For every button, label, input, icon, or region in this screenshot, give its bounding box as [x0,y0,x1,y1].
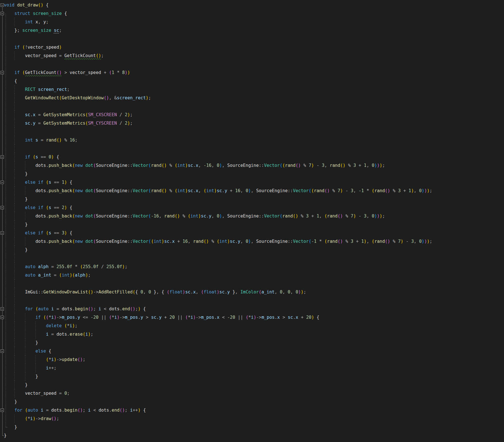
code-token [49,332,51,337]
code-area[interactable]: void dot_draw() { struct screen_size { i… [0,1,504,440]
code-line-49[interactable]: for (auto i = dots.begin(); i < dots.end… [4,406,504,414]
code-line-24[interactable]: } [4,195,504,203]
code-line-38[interactable]: if ((*i)->m_pos.y <= -20 || (*i)->m_pos.… [4,313,504,322]
code-line-26[interactable]: dots.push_back(new dot(SourceEngine::Vec… [4,212,504,220]
code-token: 3 [322,163,324,168]
code-token: () [338,239,343,244]
code-line-44[interactable]: i++; [4,364,504,372]
code-line-52[interactable]: } [4,431,504,440]
code-line-45[interactable]: } [4,372,504,381]
code-line-30[interactable]: } [4,246,504,254]
code-token: ) [411,188,414,193]
code-token: GetSystemMetrics [43,112,85,117]
code-token: } [35,340,38,345]
fold-toggle-line-49[interactable] [1,409,4,412]
indent-guide [25,347,25,355]
fold-toggle-line-1[interactable] [1,3,4,7]
fold-toggle-line-22[interactable] [1,181,4,184]
code-token: SourceEngine [256,188,288,193]
code-line-40[interactable]: i = dots.erase(i); [4,330,504,338]
code-token: ) [374,163,377,168]
fold-toggle-line-2[interactable] [1,12,4,15]
code-line-20[interactable]: dots.push_back(new dot(SourceEngine::Vec… [4,161,504,170]
indent-guide [35,355,36,364]
code-line-15[interactable]: sc.y = GetSystemMetrics(SM_CYSCREEN / 2)… [4,119,504,127]
code-token: int [25,138,33,143]
code-line-43[interactable]: (*i)->update(); [4,355,504,364]
code-line-42[interactable]: else { [4,347,504,355]
code-line-33[interactable]: auto a_int = (int)(alph); [4,271,504,279]
code-token: () [295,163,301,168]
code-line-23[interactable]: dots.push_back(new dot(SourceEngine::Vec… [4,187,504,195]
code-line-39[interactable]: delete (*i); [4,322,504,330]
code-line-11[interactable]: RECT screen_rect; [4,85,504,94]
fold-toggle-line-25[interactable] [1,206,4,209]
code-line-37[interactable]: for (auto i = dots.begin(); i < dots.end… [4,305,504,313]
code-token: SourceEngine [227,163,259,168]
code-line-46[interactable]: } [4,381,504,389]
code-line-31[interactable] [4,254,504,262]
code-line-1[interactable]: void dot_draw() { [4,1,504,9]
code-line-22[interactable]: else if (s == 1) { [4,178,504,187]
code-token: , [414,188,416,193]
code-token [159,290,162,295]
code-token: ) [54,357,56,362]
code-token: () [203,239,209,244]
fold-toggle-line-28[interactable] [1,231,4,235]
code-token [43,180,46,185]
fold-toggle-line-9[interactable] [1,71,4,74]
code-line-14[interactable]: sc.x = GetSystemMetrics(SM_CXSCREEN / 2)… [4,111,504,119]
code-line-6[interactable]: if (!vector_speed) [4,43,504,51]
code-token: sc [185,290,191,295]
code-line-28[interactable]: else if (s == 3) { [4,229,504,237]
code-token: ; [17,28,20,33]
code-line-17[interactable]: int s = rand() % 16; [4,136,504,144]
code-token: i [191,315,193,320]
code-line-51[interactable]: } [4,423,504,431]
fold-toggle-line-37[interactable] [1,307,4,311]
code-line-18[interactable] [4,144,504,153]
code-line-12[interactable]: GetWindowRect(GetDesktopWindow(), &scree… [4,94,504,102]
code-token: + [356,239,359,244]
code-token: :: [127,188,133,193]
code-line-25[interactable]: else if (s == 2) { [4,203,504,212]
code-line-32[interactable]: auto alph = 255.0f * (255.0f / 255.0f); [4,262,504,271]
code-line-8[interactable] [4,60,504,68]
code-token [101,306,104,311]
code-line-2[interactable]: struct screen_size { [4,9,504,18]
code-line-27[interactable]: } [4,220,504,229]
code-editor[interactable]: void dot_draw() { struct screen_size { i… [0,0,504,442]
code-token: { [317,315,319,320]
code-line-5[interactable] [4,35,504,43]
code-line-36[interactable] [4,296,504,305]
code-line-9[interactable]: if (GetTickCount() > vector_speed + (1 *… [4,68,504,77]
code-line-35[interactable]: ImGui::GetWindowDrawList()->AddRectFille… [4,288,504,296]
code-line-34[interactable] [4,279,504,288]
code-token: 2 [125,121,127,126]
code-token: dot [85,163,93,168]
fold-toggle-line-42[interactable] [1,349,4,353]
fold-toggle-line-19[interactable] [1,155,4,159]
code-token: 7 [309,163,311,168]
code-line-50[interactable]: (*i)->draw(); [4,414,504,423]
code-token: x [196,163,198,168]
code-token: 0 [64,391,67,396]
code-line-4[interactable]: }; screen_size sc; [4,26,504,35]
code-line-29[interactable]: dots.push_back(new dot(SourceEngine::Vec… [4,237,504,246]
code-line-41[interactable]: } [4,338,504,347]
code-line-48[interactable]: } [4,398,504,406]
code-token [62,138,64,143]
code-token: 2 [62,205,64,210]
code-line-3[interactable]: int x, y; [4,18,504,26]
code-token: ; [67,391,70,396]
code-line-7[interactable]: vector_speed = GetTickCount(); [4,51,504,60]
code-line-19[interactable]: if (s == 0) { [4,153,504,161]
code-token: int [177,163,185,168]
code-line-21[interactable]: } [4,170,504,178]
code-line-10[interactable]: { [4,77,504,85]
code-line-16[interactable] [4,127,504,136]
code-token: ) [301,290,303,295]
code-line-47[interactable]: vector_speed = 0; [4,389,504,398]
fold-toggle-line-38[interactable] [1,316,4,319]
code-line-13[interactable] [4,102,504,111]
